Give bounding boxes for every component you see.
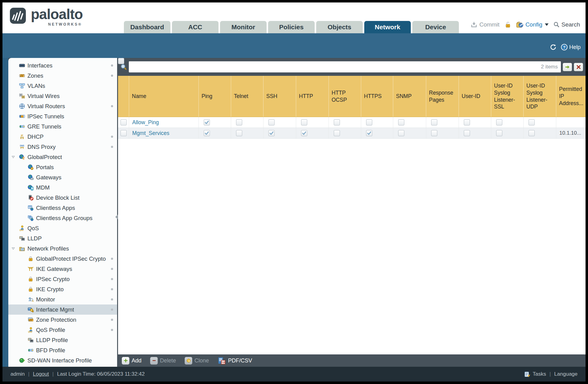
sidebar-item-label: Gateways bbox=[36, 174, 61, 181]
sidebar-item[interactable]: QoS bbox=[8, 223, 117, 233]
commit-button[interactable]: Commit bbox=[471, 21, 499, 28]
dhcp-icon bbox=[19, 134, 25, 140]
apply-filter-button[interactable] bbox=[563, 63, 572, 71]
sidebar-item[interactable]: Portals bbox=[8, 162, 117, 172]
select-all-checkbox[interactable] bbox=[118, 58, 124, 64]
column-header[interactable]: User-ID bbox=[459, 76, 491, 117]
column-header[interactable]: User-ID Syslog Listener-SSL bbox=[491, 76, 524, 117]
column-header[interactable]: HTTPS bbox=[361, 76, 393, 117]
sidebar-item[interactable]: IKE Gateways bbox=[8, 264, 117, 274]
sidebar-collapse-icon[interactable] bbox=[115, 214, 118, 219]
main-content: 2 items Name Ping Telnet SSH HTTP bbox=[118, 58, 586, 367]
check-icon bbox=[269, 131, 274, 136]
help-button[interactable]: Help bbox=[561, 44, 581, 51]
nav-tab[interactable]: Network bbox=[364, 21, 411, 33]
column-header[interactable]: Permitted IP Address... bbox=[556, 76, 586, 117]
sidebar-item[interactable]: GlobalProtect IPSec Crypto bbox=[8, 254, 117, 264]
qos-profile-icon bbox=[28, 327, 34, 333]
column-header[interactable]: HTTP OCSP bbox=[329, 76, 361, 117]
nav-tab[interactable]: Dashboard bbox=[124, 21, 170, 33]
clone-button[interactable]: Clone bbox=[185, 357, 209, 365]
nav-tab[interactable]: ACC bbox=[172, 21, 218, 33]
sidebar-item-label: GlobalProtect bbox=[27, 154, 62, 161]
nav-tab[interactable]: Device bbox=[412, 21, 459, 33]
sidebar-item[interactable]: Zone Protection bbox=[8, 315, 117, 325]
language-link[interactable]: Language bbox=[554, 371, 578, 377]
column-header[interactable]: HTTP bbox=[296, 76, 329, 117]
delete-button[interactable]: Delete bbox=[150, 357, 176, 365]
clear-filter-button[interactable] bbox=[574, 63, 583, 71]
sidebar-item[interactable]: QoS Profile bbox=[8, 325, 117, 335]
sidebar-item[interactable]: IKE Crypto bbox=[8, 284, 117, 294]
check-icon bbox=[302, 131, 307, 136]
column-header[interactable]: Name bbox=[129, 76, 199, 117]
sidebar-item[interactable]: GlobalProtect bbox=[8, 152, 117, 162]
sidebar-item[interactable]: Gateways bbox=[8, 172, 117, 182]
profile-name-link[interactable]: Mgmt_Services bbox=[132, 130, 169, 137]
nav-tab[interactable]: Policies bbox=[268, 21, 315, 33]
logout-link[interactable]: Logout bbox=[33, 371, 49, 377]
lock-icon bbox=[28, 286, 34, 292]
sidebar-item[interactable]: Clientless Apps bbox=[8, 203, 117, 213]
table-row[interactable]: Mgmt_Services bbox=[118, 128, 586, 139]
sidebar-item[interactable]: BFD Profile bbox=[8, 345, 117, 355]
status-bar: admin | Logout | Last Login Time: 06/05/… bbox=[2, 367, 586, 382]
sidebar-item[interactable]: LLDP bbox=[8, 233, 117, 243]
sidebar-item[interactable]: Device Block List bbox=[8, 193, 117, 203]
sidebar-item-label: GlobalProtect IPSec Crypto bbox=[36, 255, 106, 262]
sidebar-item[interactable]: DHCP bbox=[8, 132, 117, 142]
sidebar-item[interactable]: Monitor bbox=[8, 294, 117, 304]
sidebar-item[interactable]: SD-WAN Interface Profile bbox=[8, 355, 117, 366]
nav-tab[interactable]: Objects bbox=[316, 21, 363, 33]
filter-input[interactable] bbox=[132, 63, 538, 70]
sidebar-item[interactable]: Interface Mgmt bbox=[8, 304, 117, 315]
permitted-ip-cell bbox=[556, 117, 586, 128]
sidebar-item[interactable]: LLDP Profile bbox=[8, 335, 117, 345]
sidebar-item-label: BFD Profile bbox=[36, 347, 65, 354]
sidebar-item-label: Zones bbox=[27, 72, 43, 79]
sidebar-item[interactable]: GRE Tunnels bbox=[8, 121, 117, 132]
tasks-link[interactable]: Tasks bbox=[533, 371, 546, 377]
column-header[interactable]: SNMP bbox=[393, 76, 426, 117]
ike-gateways-icon bbox=[28, 266, 34, 272]
sidebar-item[interactable]: IPSec Crypto bbox=[8, 274, 117, 284]
sidebar-item[interactable]: Interfaces bbox=[8, 60, 117, 71]
lock-open-icon[interactable] bbox=[504, 21, 511, 28]
refresh-icon[interactable] bbox=[550, 44, 557, 51]
sidebar-item[interactable]: Virtual Wires bbox=[8, 91, 117, 101]
sidebar-item[interactable]: DNS Proxy bbox=[8, 142, 117, 152]
sidebar-item[interactable]: Clientless App Groups bbox=[8, 213, 117, 223]
sidebar-item[interactable]: VLANs bbox=[8, 81, 117, 91]
sidebar-item[interactable]: Zones bbox=[8, 71, 117, 81]
zones-icon bbox=[19, 73, 25, 79]
help-label: Help bbox=[569, 44, 581, 51]
expander-icon[interactable] bbox=[11, 155, 15, 159]
config-menu[interactable]: Config bbox=[516, 21, 549, 28]
sidebar-item-label: Virtual Wires bbox=[27, 93, 60, 100]
table-row[interactable]: Allow_Ping bbox=[118, 117, 586, 128]
sidebar-item[interactable]: Virtual Routers bbox=[8, 101, 117, 111]
item-dot bbox=[111, 136, 113, 138]
sidebar-item[interactable]: MDM bbox=[8, 182, 117, 193]
sidebar-item[interactable]: Network Profiles bbox=[8, 243, 117, 254]
sidebar-item-label: MDM bbox=[36, 184, 50, 191]
sidebar-item[interactable]: IPSec Tunnels bbox=[8, 111, 117, 121]
nav-tab[interactable]: Monitor bbox=[220, 21, 267, 33]
row-checkbox[interactable] bbox=[120, 130, 127, 136]
pdf-csv-button[interactable]: PDF/CSV bbox=[218, 357, 252, 365]
column-header[interactable]: SSH bbox=[263, 76, 296, 117]
expander-icon[interactable] bbox=[11, 247, 15, 251]
column-header[interactable]: User-ID Syslog Listener-UDP bbox=[524, 76, 556, 117]
column-header[interactable]: Ping bbox=[199, 76, 231, 117]
column-header[interactable]: Telnet bbox=[231, 76, 263, 117]
row-checkbox[interactable] bbox=[120, 119, 127, 125]
sidebar-item-label: Network Profiles bbox=[27, 245, 69, 252]
device-block-list-icon bbox=[28, 195, 34, 201]
add-button[interactable]: Add bbox=[122, 357, 141, 365]
last-login-time: Last Login Time: 06/05/2023 11:32:42 bbox=[57, 371, 145, 377]
header: paloalto NETWORKS® Dashboard ACC Monitor… bbox=[2, 2, 586, 33]
search-button[interactable]: Search bbox=[553, 21, 580, 28]
column-header[interactable]: Response Pages bbox=[426, 76, 459, 117]
profile-name-link[interactable]: Allow_Ping bbox=[132, 119, 159, 126]
sidebar-item-label: Clientless App Groups bbox=[36, 215, 92, 222]
